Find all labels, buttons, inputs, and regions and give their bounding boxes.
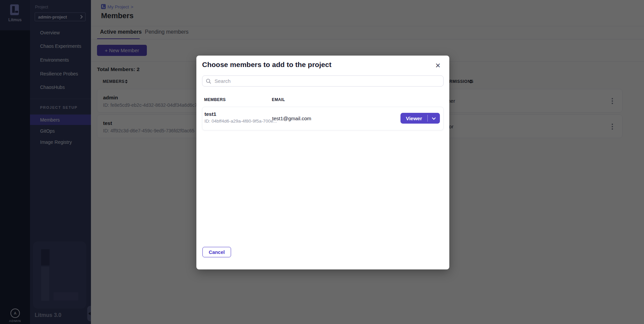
modal-title: Choose members to add to the project (202, 61, 331, 69)
modal-column-header-members: MEMBERS (204, 97, 226, 102)
cancel-button[interactable]: Cancel (202, 247, 231, 257)
modal-column-header-email: EMAIL (272, 97, 285, 102)
choose-members-modal: Choose members to add to the project × M… (196, 56, 449, 269)
modal-member-row: test1 ID: 04bff4d6-a29a-4f80-9f5a-700e..… (202, 107, 444, 130)
close-icon[interactable]: × (432, 60, 444, 71)
role-select-split-button[interactable]: Viewer (400, 113, 440, 124)
modal-member-id: ID: 04bff4d6-a29a-4f80-9f5a-700e... (204, 119, 277, 124)
chevron-down-icon (432, 116, 436, 120)
role-dropdown-toggle[interactable] (428, 113, 440, 124)
search-box (202, 75, 444, 87)
search-input[interactable] (214, 78, 440, 84)
role-button-label: Viewer (400, 113, 427, 124)
modal-member-email: test1@gmail.com (272, 116, 311, 121)
search-icon (206, 78, 211, 84)
modal-member-name: test1 (204, 111, 216, 117)
